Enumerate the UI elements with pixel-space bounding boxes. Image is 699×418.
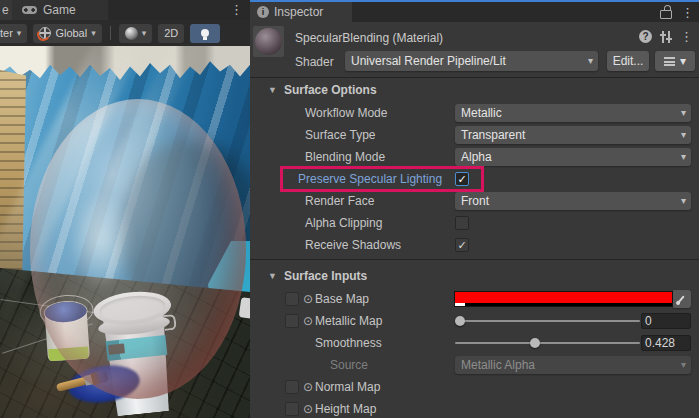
scene-viewport[interactable] <box>0 46 250 418</box>
height-map-row: ⊙ Height Map <box>250 398 699 418</box>
metallic-slider-knob[interactable] <box>455 316 465 326</box>
scene-toolbar: ter ▾ Global ▾ ▾ 2D <box>0 20 250 46</box>
chevron-down-icon: ▾ <box>681 359 686 370</box>
workflow-mode-value: Metallic <box>461 106 502 120</box>
foldout-icon: ▼ <box>268 85 277 95</box>
draw-mode-button[interactable]: ▾ <box>119 24 153 43</box>
receive-shadows-row: Receive Shadows ✓ <box>250 234 699 256</box>
shader-value: Universal Render Pipeline/Lit <box>351 54 506 68</box>
preserve-specular-row: Preserve Specular Lighting ✓ <box>250 168 699 190</box>
orientation-button[interactable]: Global ▾ <box>33 24 101 43</box>
list-icon <box>664 57 675 66</box>
scene-lighting-toggle-button[interactable] <box>190 24 220 43</box>
shader-label: Shader <box>295 55 334 69</box>
material-header: SpecularBlending (Material) ? ⋮ Shader U… <box>250 22 699 78</box>
chevron-down-icon: ▾ <box>142 28 147 38</box>
object-picker-icon[interactable]: ⊙ <box>303 380 313 394</box>
2d-toggle-button[interactable]: 2D <box>158 24 184 43</box>
smoothness-row: Smoothness 0.428 <box>250 332 699 354</box>
lock-icon[interactable] <box>660 10 672 19</box>
alpha-clipping-checkbox[interactable] <box>455 216 469 230</box>
receive-shadows-checkbox[interactable]: ✓ <box>455 238 469 252</box>
smoothness-value-field[interactable]: 0.428 <box>641 335 691 351</box>
chevron-down-icon: ▾ <box>17 28 22 38</box>
metallic-slider[interactable] <box>455 320 640 322</box>
help-icon[interactable]: ? <box>639 30 652 43</box>
surface-type-dropdown[interactable]: Transparent ▾ <box>455 126 691 144</box>
tab-scene-partial[interactable]: e <box>0 0 12 20</box>
shader-menu-button[interactable]: ▾ <box>655 51 695 71</box>
render-face-value: Front <box>461 194 489 208</box>
object-picker-icon[interactable]: ⊙ <box>303 402 313 416</box>
surface-options-title: Surface Options <box>284 83 377 97</box>
tab-inspector-label: Inspector <box>274 5 323 19</box>
material-title: SpecularBlending (Material) <box>295 31 443 45</box>
blending-mode-label: Blending Mode <box>305 150 385 164</box>
blending-mode-row: Blending Mode Alpha ▾ <box>250 146 699 168</box>
source-dropdown: Metallic Alpha ▾ <box>455 356 691 374</box>
metallic-map-label: Metallic Map <box>315 314 382 328</box>
orientation-label: Global <box>55 27 87 39</box>
inspector-menu-icon[interactable]: ⋮ <box>681 6 694 19</box>
source-value: Metallic Alpha <box>461 358 535 372</box>
left-panel-menu-icon[interactable]: ⋮ <box>230 3 243 16</box>
eyedropper-button[interactable] <box>672 290 692 308</box>
tab-inspector[interactable]: i Inspector <box>250 2 352 22</box>
material-preview-thumbnail[interactable] <box>253 26 284 57</box>
chevron-down-icon: ▾ <box>681 195 686 206</box>
surface-type-label: Surface Type <box>305 128 376 142</box>
workflow-mode-dropdown[interactable]: Metallic ▾ <box>455 104 691 122</box>
object-picker-icon[interactable]: ⊙ <box>303 292 313 306</box>
transparent-sphere <box>30 99 246 399</box>
blending-mode-value: Alpha <box>461 150 492 164</box>
game-view-panel: e Game ⋮ ter ▾ Global ▾ ▾ 2D <box>0 0 250 418</box>
render-face-label: Render Face <box>305 194 374 208</box>
base-map-texture-slot[interactable] <box>285 292 299 306</box>
chevron-down-icon: ▾ <box>588 55 593 66</box>
surface-type-row: Surface Type Transparent ▾ <box>250 124 699 146</box>
inspector-panel: i Inspector ⋮ SpecularBlending (Material… <box>250 0 699 418</box>
source-label: Source <box>330 358 368 372</box>
shaded-sphere-icon <box>125 27 138 40</box>
alpha-strip <box>455 303 672 306</box>
chevron-down-icon: ▾ <box>681 129 686 140</box>
metallic-value-field[interactable]: 0 <box>641 313 691 329</box>
smoothness-slider-knob[interactable] <box>530 338 540 348</box>
metallic-map-texture-slot[interactable] <box>285 314 299 328</box>
base-map-label: Base Map <box>315 292 369 306</box>
render-face-dropdown[interactable]: Front ▾ <box>455 192 691 210</box>
material-menu-icon[interactable]: ⋮ <box>680 30 693 43</box>
surface-options-header[interactable]: ▼ Surface Options <box>250 78 699 102</box>
workflow-mode-label: Workflow Mode <box>305 106 387 120</box>
height-map-texture-slot[interactable] <box>285 402 299 416</box>
globe-icon <box>39 27 51 39</box>
object-picker-icon[interactable]: ⊙ <box>303 314 313 328</box>
smoothness-label: Smoothness <box>315 336 382 350</box>
left-tab-bar: e Game ⋮ <box>0 0 250 20</box>
chevron-down-icon: ▾ <box>680 54 686 68</box>
source-row: Source Metallic Alpha ▾ <box>250 354 699 376</box>
blending-mode-dropdown[interactable]: Alpha ▾ <box>455 148 691 166</box>
alpha-clipping-label: Alpha Clipping <box>305 216 382 230</box>
shader-dropdown[interactable]: Universal Render Pipeline/Lit ▾ <box>345 51 598 71</box>
pivot-mode-button[interactable]: ter ▾ <box>0 24 27 43</box>
render-face-row: Render Face Front ▾ <box>250 190 699 212</box>
preserve-specular-checkbox[interactable]: ✓ <box>455 172 469 186</box>
base-map-color-swatch[interactable] <box>455 292 672 306</box>
gamepad-icon <box>22 6 37 14</box>
smoothness-slider[interactable] <box>455 342 640 344</box>
normal-map-texture-slot[interactable] <box>285 380 299 394</box>
background-object <box>239 297 250 319</box>
height-map-label: Height Map <box>315 402 376 416</box>
pivot-mode-label: ter <box>0 27 13 39</box>
surface-inputs-header[interactable]: ▼ Surface Inputs <box>250 264 699 288</box>
2d-label: 2D <box>164 27 178 39</box>
inspector-tab-bar: i Inspector ⋮ <box>250 2 699 22</box>
tab-game[interactable]: Game <box>12 0 108 20</box>
info-icon: i <box>257 6 269 18</box>
tab-game-label: Game <box>43 3 76 17</box>
toolbar-divider <box>110 26 111 40</box>
presets-icon[interactable] <box>660 31 672 43</box>
lightbulb-icon <box>201 29 209 37</box>
shader-edit-button[interactable]: Edit... <box>607 51 649 71</box>
